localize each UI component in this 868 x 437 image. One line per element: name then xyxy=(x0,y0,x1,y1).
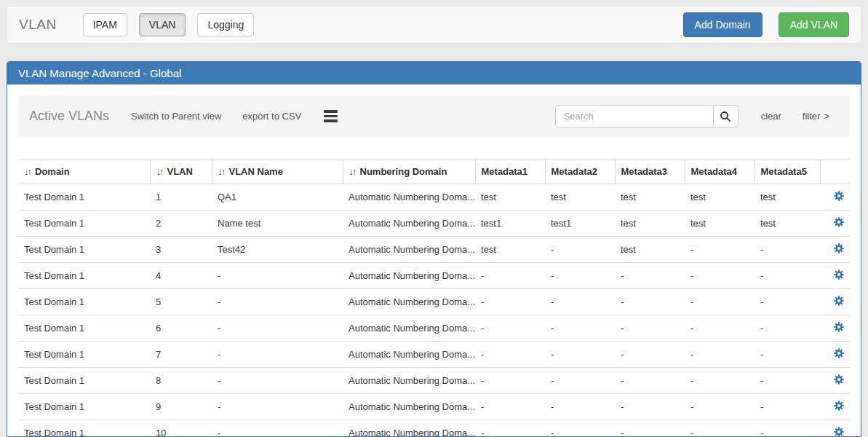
cell-metadata2: - xyxy=(545,342,615,368)
filter-link[interactable]: filter> xyxy=(803,111,829,122)
table-toolbar: Active VLANs Switch to Parent view expor… xyxy=(18,95,850,137)
active-vlans-heading: Active VLANs xyxy=(29,109,109,124)
cell-metadata3: - xyxy=(615,263,685,289)
search-input[interactable] xyxy=(555,105,714,127)
column-header-numbering-domain[interactable]: ↓↑Numbering Domain xyxy=(343,160,475,184)
gear-icon xyxy=(834,271,844,282)
cell-metadata3: test xyxy=(615,184,685,210)
export-to-csv-link[interactable]: export to CSV xyxy=(242,111,301,122)
row-settings-button[interactable] xyxy=(834,269,844,280)
row-settings-button[interactable] xyxy=(834,322,844,332)
cell-metadata3: - xyxy=(615,315,685,342)
cell-numbering-domain: Automatic Numbering Doma... xyxy=(343,184,475,210)
search-button[interactable] xyxy=(714,105,738,127)
cell-vlan: 2 xyxy=(150,210,212,237)
cell-domain: Test Domain 1 xyxy=(18,210,150,237)
column-header-vlan[interactable]: ↓↑VLAN xyxy=(150,160,212,184)
tab-logging[interactable]: Logging xyxy=(197,13,254,36)
menu-button[interactable] xyxy=(322,106,339,126)
cell-metadata1: test xyxy=(475,184,545,210)
cell-domain: Test Domain 1 xyxy=(18,289,150,315)
cell-domain: Test Domain 1 xyxy=(18,184,150,210)
row-settings-button[interactable] xyxy=(834,401,844,411)
table-row: Test Domain 11QA1Automatic Numbering Dom… xyxy=(18,184,850,210)
vlan-table: ↓↑Domain↓↑VLAN↓↑VLAN Name↓↑Numbering Dom… xyxy=(18,159,850,437)
top-navbar: VLAN IPAM VLAN Logging Add Domain Add VL… xyxy=(7,6,861,44)
cell-metadata1: - xyxy=(475,394,545,420)
gear-icon xyxy=(834,323,844,334)
column-header-metadata5: Metadata5 xyxy=(754,160,820,184)
cell-metadata4: test xyxy=(685,210,754,237)
cell-numbering-domain: Automatic Numbering Doma... xyxy=(343,342,475,368)
cell-vlan-name: - xyxy=(212,315,343,342)
cell-actions xyxy=(820,342,850,368)
tab-ipam[interactable]: IPAM xyxy=(83,13,127,36)
cell-metadata2: - xyxy=(545,263,615,289)
cell-domain: Test Domain 1 xyxy=(18,263,150,289)
cell-vlan: 5 xyxy=(150,289,212,315)
column-header-domain[interactable]: ↓↑Domain xyxy=(18,160,150,184)
row-settings-button[interactable] xyxy=(834,348,844,358)
row-settings-button[interactable] xyxy=(834,217,844,227)
cell-metadata1: - xyxy=(475,315,545,342)
cell-metadata3: test xyxy=(615,237,685,263)
cell-metadata2: - xyxy=(545,394,615,420)
cell-domain: Test Domain 1 xyxy=(18,368,150,394)
cell-metadata5: test xyxy=(754,210,820,237)
cell-actions xyxy=(820,210,850,237)
table-row: Test Domain 110-Automatic Numbering Doma… xyxy=(18,420,850,437)
vlan-panel: VLAN Manage Advanced - Global Active VLA… xyxy=(7,61,861,437)
cell-metadata1: - xyxy=(475,263,545,289)
cell-metadata1: - xyxy=(475,342,545,368)
table-row: Test Domain 15-Automatic Numbering Doma.… xyxy=(18,289,850,315)
gear-icon xyxy=(834,219,844,229)
add-domain-button[interactable]: Add Domain xyxy=(683,12,763,37)
sort-icon[interactable]: ↓↑ xyxy=(156,166,163,177)
filter-link-label: filter xyxy=(803,111,821,122)
row-settings-button[interactable] xyxy=(834,296,844,306)
chevron-right-icon: > xyxy=(824,111,829,122)
cell-metadata3: test xyxy=(615,210,685,237)
table-row: Test Domain 16-Automatic Numbering Doma.… xyxy=(18,315,850,342)
cell-numbering-domain: Automatic Numbering Doma... xyxy=(343,420,475,437)
cell-metadata4: - xyxy=(685,342,754,368)
search-group xyxy=(555,105,738,127)
panel-heading: VLAN Manage Advanced - Global xyxy=(7,62,861,84)
column-header-metadata2: Metadata2 xyxy=(545,160,615,184)
cell-vlan: 6 xyxy=(150,315,212,342)
cell-numbering-domain: Automatic Numbering Doma... xyxy=(343,289,475,315)
switch-to-parent-view-link[interactable]: Switch to Parent view xyxy=(131,111,221,122)
column-header-metadata3: Metadata3 xyxy=(615,160,685,184)
cell-domain: Test Domain 1 xyxy=(18,237,150,263)
panel-body: Active VLANs Switch to Parent view expor… xyxy=(7,84,861,437)
column-header-vlan-name[interactable]: ↓↑VLAN Name xyxy=(212,160,343,184)
column-header-metadata4: Metadata4 xyxy=(685,160,754,184)
row-settings-button[interactable] xyxy=(834,374,844,385)
sort-icon[interactable]: ↓↑ xyxy=(349,166,356,177)
cell-metadata3: - xyxy=(615,289,685,315)
cell-metadata2: - xyxy=(545,237,615,263)
page-title: VLAN xyxy=(19,17,57,33)
cell-actions xyxy=(820,263,850,289)
table-row: Test Domain 14-Automatic Numbering Doma.… xyxy=(18,263,850,289)
row-settings-button[interactable] xyxy=(834,427,844,437)
cell-vlan: 1 xyxy=(150,184,212,210)
search-icon xyxy=(720,111,731,122)
hamburger-icon xyxy=(324,119,338,122)
row-settings-button[interactable] xyxy=(834,243,844,253)
sort-icon[interactable]: ↓↑ xyxy=(218,166,225,177)
tab-vlan[interactable]: VLAN xyxy=(139,13,186,36)
cell-numbering-domain: Automatic Numbering Doma... xyxy=(343,315,475,342)
add-vlan-button[interactable]: Add VLAN xyxy=(779,12,849,37)
cell-metadata3: - xyxy=(615,420,685,437)
panel-title: VLAN Manage Advanced - Global xyxy=(18,67,181,79)
cell-vlan-name: QA1 xyxy=(212,184,343,210)
cell-numbering-domain: Automatic Numbering Doma... xyxy=(343,368,475,394)
cell-metadata5: - xyxy=(754,263,820,289)
header-row: ↓↑Domain↓↑VLAN↓↑VLAN Name↓↑Numbering Dom… xyxy=(18,160,850,184)
gear-icon xyxy=(834,245,844,256)
cell-metadata2: - xyxy=(545,420,615,437)
sort-icon[interactable]: ↓↑ xyxy=(24,166,31,177)
row-settings-button[interactable] xyxy=(834,191,844,201)
clear-link[interactable]: clear xyxy=(761,111,781,122)
